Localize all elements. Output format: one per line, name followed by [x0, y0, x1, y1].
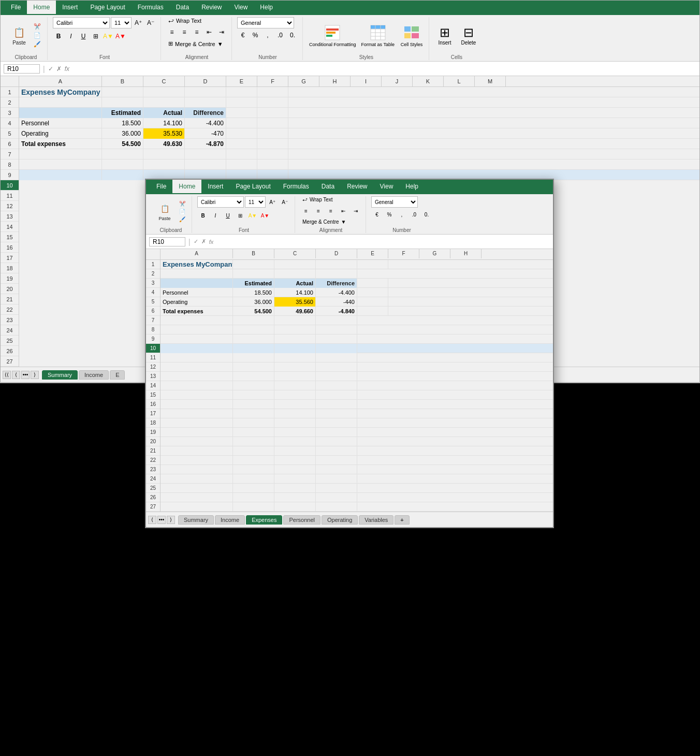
inner-font-color-button[interactable]: A▼ — [259, 210, 271, 221]
indent-decrease-button[interactable]: ⇤ — [203, 26, 215, 38]
inner-tab-formulas[interactable]: Formulas — [277, 180, 315, 194]
outer-row-23[interactable]: 23 — [1, 315, 19, 325]
inner-rn-17[interactable]: 17 — [146, 409, 160, 418]
inner-rn-23[interactable]: 23 — [146, 465, 160, 474]
outer-row-1[interactable]: 1 — [1, 87, 19, 97]
inner-format-painter-button[interactable]: 🖌️ — [177, 216, 187, 223]
inner-rn-4[interactable]: 4 — [146, 288, 160, 297]
inner-rn-22[interactable]: 22 — [146, 456, 160, 465]
outer-tab-file[interactable]: File — [5, 1, 27, 15]
inner-currency-button[interactable]: € — [371, 209, 383, 220]
format-as-table-button[interactable]: Format as Table — [360, 22, 396, 48]
inner-copy-button[interactable]: 📄 — [177, 208, 187, 215]
outer-col-c[interactable]: C — [143, 76, 185, 86]
outer-tab-insert[interactable]: Insert — [56, 1, 84, 15]
outer-col-i[interactable]: I — [351, 76, 382, 86]
inner-rn-3[interactable]: 3 — [146, 279, 160, 288]
outer-col-b[interactable]: B — [102, 76, 143, 86]
inner-rn-1[interactable]: 1 — [146, 260, 160, 269]
inner-rn-8[interactable]: 8 — [146, 325, 160, 335]
outer-font-size-select[interactable]: 11 — [111, 17, 132, 28]
inner-align-left[interactable]: ≡ — [300, 205, 312, 216]
inner-increase-font-button[interactable]: A⁺ — [267, 196, 278, 208]
inner-rn-11[interactable]: 11 — [146, 353, 160, 362]
inner-rn-12[interactable]: 12 — [146, 362, 160, 372]
outer-cell-c6[interactable]: 49.630 — [143, 139, 185, 149]
outer-row-24[interactable]: 24 — [1, 325, 19, 336]
inner-cell-d5[interactable]: -440 — [316, 297, 357, 307]
conditional-formatting-button[interactable]: Conditional Formatting — [308, 22, 357, 48]
inner-rn-15[interactable]: 15 — [146, 390, 160, 400]
outer-row-6[interactable]: 6 — [1, 139, 19, 149]
delete-button[interactable]: ⊟ Delete — [458, 24, 479, 47]
indent-increase-button[interactable]: ⇥ — [216, 26, 227, 38]
outer-row-25[interactable]: 25 — [1, 336, 19, 346]
outer-font-name-select[interactable]: Calibri — [53, 17, 110, 28]
outer-row-18[interactable]: 18 — [1, 263, 19, 273]
inner-number-format-select[interactable]: General — [371, 196, 418, 208]
outer-col-l[interactable]: L — [444, 76, 475, 86]
outer-col-g[interactable]: G — [288, 76, 319, 86]
inner-tab-help[interactable]: Help — [399, 180, 425, 194]
inner-rn-27[interactable]: 27 — [146, 502, 160, 512]
cell-styles-button[interactable]: Cell Styles — [399, 22, 425, 48]
outer-cell-a3[interactable] — [19, 108, 102, 118]
outer-cell-c3[interactable]: Actual — [143, 108, 185, 118]
copy-button[interactable]: 📄 — [32, 32, 43, 39]
currency-button[interactable]: € — [237, 30, 249, 41]
sheet-nav-prev[interactable]: ⟨ — [12, 371, 20, 379]
increase-font-button[interactable]: A⁺ — [133, 17, 144, 28]
inner-cell-b5[interactable]: 36.000 — [233, 297, 274, 307]
outer-row-20[interactable]: 20 — [1, 284, 19, 294]
inner-col-b[interactable]: B — [233, 249, 274, 258]
outer-tab-view[interactable]: View — [228, 1, 254, 15]
outer-formula-input[interactable] — [72, 65, 696, 72]
outer-tab-help[interactable]: Help — [254, 1, 279, 15]
inner-rn-9[interactable]: 9 — [146, 335, 160, 344]
inner-tab-insert[interactable]: Insert — [201, 180, 229, 194]
outer-cell-b3[interactable]: Estimated — [102, 108, 143, 118]
inner-cell-d6[interactable]: -4.840 — [316, 307, 357, 316]
outer-cell-d6[interactable]: -4.870 — [185, 139, 226, 149]
outer-number-format-select[interactable]: General — [237, 17, 294, 28]
inner-comma-button[interactable]: , — [396, 209, 407, 220]
borders-button[interactable]: ⊞ — [90, 31, 101, 42]
inner-rn-14[interactable]: 14 — [146, 381, 160, 390]
inner-tab-income[interactable]: Income — [215, 515, 245, 525]
inner-cut-button[interactable]: ✂️ — [177, 200, 187, 207]
inner-rn-19[interactable]: 19 — [146, 428, 160, 437]
inner-indent-inc[interactable]: ⇥ — [350, 205, 361, 216]
inner-tab-view[interactable]: View — [374, 180, 400, 194]
inner-decrease-font-button[interactable]: A⁻ — [279, 196, 290, 208]
outer-col-e[interactable]: E — [226, 76, 257, 86]
inner-cell-ref[interactable]: R10 — [149, 237, 185, 246]
inner-cell-b3[interactable]: Estimated — [233, 279, 274, 288]
inner-col-g[interactable]: G — [419, 249, 450, 258]
inner-align-right[interactable]: ≡ — [325, 205, 337, 216]
inner-rn-7[interactable]: 7 — [146, 316, 160, 325]
decrease-font-button[interactable]: A⁻ — [145, 17, 156, 28]
inner-cell-a1[interactable]: Expenses MyCompany — [161, 260, 233, 269]
inner-bold-button[interactable]: B — [197, 210, 209, 221]
outer-cell-c4[interactable]: 14.100 — [143, 118, 185, 128]
inner-paste-button[interactable]: 📋 Paste — [154, 200, 175, 223]
inner-fill-button[interactable]: A▼ — [247, 210, 258, 221]
inner-tab-summary[interactable]: Summary — [178, 515, 214, 525]
outer-cell-d1[interactable] — [185, 87, 226, 97]
outer-row-15[interactable]: 15 — [1, 232, 19, 242]
outer-row-8[interactable]: 8 — [1, 159, 19, 170]
outer-row-27[interactable]: 27 — [1, 356, 19, 367]
inner-col-a[interactable]: A — [161, 249, 233, 258]
increase-decimal-button[interactable]: .0 — [274, 30, 286, 41]
inner-tab-expenses[interactable]: Expenses — [246, 515, 282, 525]
outer-tab-e[interactable]: E — [110, 370, 125, 380]
align-left-button[interactable]: ≡ — [166, 26, 178, 38]
inner-rn-10[interactable]: 10 — [146, 344, 160, 353]
outer-cell-d3[interactable]: Difference — [185, 108, 226, 118]
outer-tab-summary[interactable]: Summary — [42, 370, 78, 380]
outer-cell-f1[interactable] — [257, 87, 288, 97]
outer-cell-a5[interactable]: Operating — [19, 128, 102, 139]
outer-col-j[interactable]: J — [382, 76, 413, 86]
outer-tab-income[interactable]: Income — [79, 370, 109, 380]
insert-button[interactable]: ⊞ Insert — [434, 24, 455, 47]
